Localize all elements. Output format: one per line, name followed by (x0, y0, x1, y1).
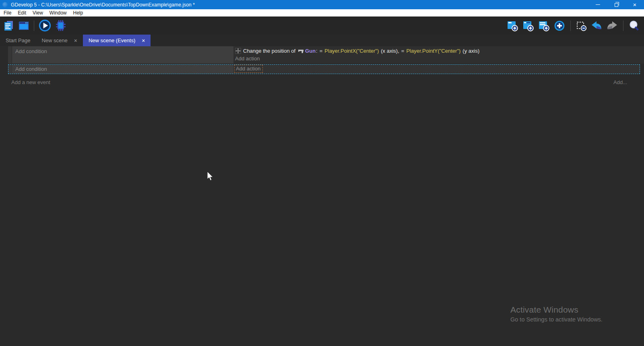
window-controls: × (588, 0, 644, 9)
close-tab-icon[interactable]: × (74, 38, 77, 43)
add-event-button[interactable] (506, 20, 518, 32)
event-row-2-selected[interactable]: Add condition Add action (8, 64, 640, 74)
tab-label: New scene (41, 37, 67, 43)
expression-y: Player.PointY("Center") (406, 48, 460, 54)
editor-tabbar: Start Page New scene × New scene (Events… (0, 35, 644, 46)
toolbar-separator (570, 21, 571, 31)
add-subevent-button[interactable] (522, 20, 534, 32)
action-text: = (401, 48, 405, 54)
toolbar-separator (34, 21, 34, 31)
event-actions-column: Change the position of Gun: = Player.Poi… (233, 46, 644, 64)
minimize-icon (596, 4, 600, 5)
titlebar: GDevelop 5 - C:\Users\Sparkle\OneDrive\D… (0, 0, 644, 9)
undo-icon (590, 20, 603, 32)
add-event-icon (506, 20, 518, 32)
restore-icon (615, 3, 618, 7)
add-subevent-icon (522, 20, 534, 32)
gun-object-icon (298, 49, 304, 54)
event-left-margin (0, 46, 8, 64)
add-condition-button[interactable]: Add condition (12, 65, 233, 74)
add-comment-button[interactable] (538, 20, 550, 32)
search-events-button[interactable] (628, 20, 640, 32)
redo-icon (606, 20, 618, 32)
menu-help[interactable]: Help (70, 9, 87, 16)
search-icon (628, 20, 640, 32)
restore-button[interactable] (607, 0, 625, 9)
close-button[interactable]: × (625, 0, 644, 9)
tab-label: New scene (Events) (89, 37, 135, 43)
add-action-button[interactable]: Add action (234, 65, 263, 73)
action-text: = (320, 48, 323, 54)
close-tab-icon[interactable]: × (142, 38, 145, 43)
debug-button[interactable] (54, 19, 67, 32)
menubar: File Edit View Window Help (0, 9, 644, 16)
event-row-1[interactable]: Add condition Change the position of (0, 46, 644, 64)
action-text: (y axis) (462, 48, 479, 54)
toolbar-separator (623, 21, 623, 31)
add-action-button[interactable]: Add action (233, 54, 644, 63)
tab-label: Start Page (6, 37, 30, 43)
toolbar-right (506, 20, 644, 32)
menu-file[interactable]: File (0, 9, 14, 16)
add-menu-button[interactable]: Add... (613, 79, 627, 85)
add-comment-icon (538, 20, 550, 32)
minimize-button[interactable] (588, 0, 607, 9)
expression-x: Player.PointX("Center") (324, 48, 379, 54)
play-preview-icon (38, 19, 52, 32)
add-more-icon (553, 20, 566, 32)
redo-button[interactable] (606, 20, 618, 32)
activate-windows-watermark: Activate Windows Go to Settings to activ… (510, 305, 603, 323)
watermark-subtitle: Go to Settings to activate Windows. (510, 316, 603, 323)
event-drag-handle[interactable] (8, 46, 12, 64)
action-change-position[interactable]: Change the position of Gun: = Player.Poi… (233, 46, 644, 54)
add-more-button[interactable] (553, 20, 566, 32)
project-manager-button[interactable] (3, 20, 15, 32)
events-footer: Add a new event Add... (0, 74, 644, 85)
window-title: GDevelop 5 - C:\Users\Sparkle\OneDrive\D… (11, 2, 195, 8)
project-manager-icon (3, 20, 15, 32)
mouse-cursor (206, 171, 214, 182)
watermark-title: Activate Windows (510, 305, 603, 315)
event-actions-column: Add action (233, 65, 640, 74)
add-new-event-button[interactable]: Add a new event (11, 79, 50, 85)
toolbar (0, 16, 644, 35)
menu-edit[interactable]: Edit (14, 9, 29, 16)
menu-view[interactable]: View (29, 9, 46, 16)
tab-new-scene[interactable]: New scene × (36, 35, 83, 46)
scene-objects-icon (18, 20, 30, 32)
position-icon (235, 48, 241, 54)
action-text: : (316, 48, 318, 54)
tab-new-scene-events[interactable]: New scene (Events) × (83, 35, 151, 46)
debug-icon (54, 19, 67, 32)
action-text: Change the position of (243, 48, 295, 54)
undo-button[interactable] (590, 20, 603, 32)
event-drag-handle[interactable] (8, 65, 12, 74)
deselect-button[interactable] (576, 20, 587, 31)
deselect-icon (576, 20, 587, 31)
tab-start-page[interactable]: Start Page (0, 35, 36, 46)
object-name: Gun (305, 48, 316, 54)
events-sheet: Add condition Change the position of (0, 46, 644, 85)
scene-editor-button[interactable] (18, 20, 30, 32)
action-object: Gun: (297, 48, 318, 54)
menu-window[interactable]: Window (46, 9, 70, 16)
action-text: (x axis), (381, 48, 399, 54)
gdevelop-logo-icon (2, 2, 8, 7)
play-preview-button[interactable] (38, 19, 52, 32)
close-icon: × (633, 2, 637, 8)
toolbar-left (0, 19, 67, 32)
add-condition-button[interactable]: Add condition (12, 46, 233, 64)
